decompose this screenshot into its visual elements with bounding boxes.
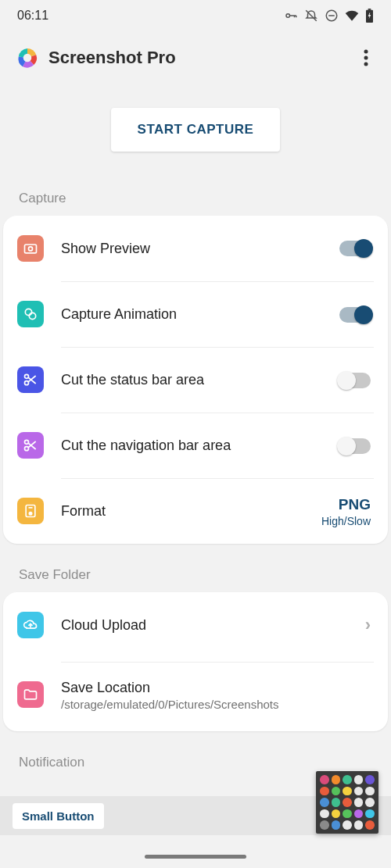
- row-cut-nav-bar[interactable]: Cut the navigation bar area: [3, 413, 388, 478]
- svg-rect-3: [368, 9, 371, 10]
- format-icon: [17, 498, 44, 524]
- section-header-save: Save Folder: [0, 544, 391, 592]
- screenshot-thumbnail[interactable]: [316, 771, 378, 834]
- svg-point-0: [286, 14, 290, 18]
- cut-status-label: Cut the status bar area: [61, 372, 339, 388]
- vpn-key-icon: [284, 9, 298, 23]
- do-not-disturb-icon: [325, 9, 339, 23]
- app-title: Screenshot Pro: [48, 48, 357, 68]
- start-capture-area: START CAPTURE: [0, 84, 391, 183]
- cut-nav-label: Cut the navigation bar area: [61, 438, 339, 454]
- svg-point-11: [29, 313, 35, 319]
- cut-icon: [17, 366, 44, 393]
- folder-icon: [17, 681, 44, 708]
- svg-point-4: [23, 54, 32, 63]
- row-cut-status-bar[interactable]: Cut the status bar area: [3, 347, 388, 413]
- show-preview-toggle[interactable]: [339, 241, 371, 256]
- format-label: Format: [61, 503, 321, 520]
- status-icons: [284, 9, 374, 23]
- more-vert-icon: [364, 49, 368, 66]
- row-save-location[interactable]: Save Location /storage/emulated/0/Pictur…: [3, 658, 388, 731]
- app-logo-icon: [16, 46, 39, 70]
- save-location-label: Save Location: [61, 680, 371, 696]
- row-cloud-upload[interactable]: Cloud Upload ›: [3, 592, 388, 658]
- section-header-capture: Capture: [0, 183, 391, 216]
- save-card: Cloud Upload › Save Location /storage/em…: [3, 592, 388, 731]
- cut-status-toggle[interactable]: [339, 373, 371, 388]
- capture-card: Show Preview Capture Animation Cut the s…: [3, 216, 388, 544]
- row-show-preview[interactable]: Show Preview: [3, 216, 388, 281]
- format-value-block: PNG High/Slow: [321, 496, 371, 527]
- svg-point-17: [29, 513, 31, 515]
- preview-icon: [17, 235, 44, 262]
- overflow-menu-button[interactable]: [357, 48, 375, 67]
- row-format[interactable]: Format PNG High/Slow: [3, 478, 388, 544]
- status-time: 06:11: [17, 9, 48, 23]
- small-button[interactable]: Small Button: [13, 803, 104, 829]
- svg-rect-8: [25, 245, 37, 253]
- start-capture-button[interactable]: START CAPTURE: [111, 108, 281, 152]
- status-bar: 06:11: [0, 0, 391, 31]
- animation-icon: [17, 301, 44, 327]
- gesture-nav-bar[interactable]: [145, 855, 246, 859]
- capture-animation-label: Capture Animation: [61, 306, 339, 323]
- cloud-upload-label: Cloud Upload: [61, 617, 365, 634]
- app-bar: Screenshot Pro: [0, 31, 391, 84]
- row-capture-animation[interactable]: Capture Animation: [3, 281, 388, 347]
- format-sub: High/Slow: [321, 515, 371, 527]
- cut-icon: [17, 432, 44, 459]
- mute-icon: [304, 9, 318, 23]
- show-preview-label: Show Preview: [61, 241, 339, 257]
- svg-point-6: [364, 56, 368, 60]
- svg-point-9: [29, 247, 33, 251]
- save-location-path: /storage/emulated/0/Pictures/Screenshots: [61, 698, 371, 711]
- svg-point-5: [364, 50, 368, 54]
- cut-nav-toggle[interactable]: [339, 438, 371, 454]
- capture-animation-toggle[interactable]: [339, 307, 371, 323]
- cloud-upload-icon: [17, 612, 44, 638]
- format-value: PNG: [339, 496, 371, 513]
- svg-point-10: [25, 309, 31, 315]
- svg-point-7: [364, 63, 368, 66]
- wifi-icon: [345, 10, 359, 21]
- chevron-right-icon: ›: [365, 615, 371, 635]
- battery-icon: [365, 9, 374, 23]
